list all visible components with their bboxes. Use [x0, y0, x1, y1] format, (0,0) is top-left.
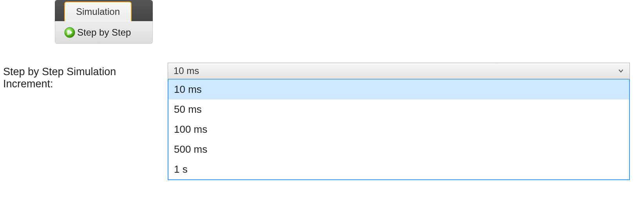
increment-field-label: Step by Step Simulation Increment: — [0, 63, 168, 90]
svg-rect-1 — [67, 30, 69, 35]
increment-option[interactable]: 500 ms — [168, 139, 629, 159]
step-by-step-button[interactable]: Step by Step — [62, 26, 132, 39]
increment-option[interactable]: 50 ms — [168, 99, 629, 119]
ribbon-tab-row: Simulation — [55, 0, 153, 21]
play-step-icon — [64, 27, 76, 38]
ribbon-fragment: Simulation Step by Step — [55, 0, 153, 44]
increment-option[interactable]: 10 ms — [168, 80, 629, 99]
increment-dropdown-selected: 10 ms — [174, 65, 199, 76]
increment-dropdown-list: 10 ms 50 ms 100 ms 500 ms 1 s — [168, 79, 630, 180]
increment-option[interactable]: 1 s — [168, 159, 629, 179]
chevron-down-icon — [618, 68, 624, 74]
ribbon-body: Step by Step — [55, 21, 153, 44]
increment-field-row: Step by Step Simulation Increment: 10 ms… — [0, 63, 644, 180]
increment-option[interactable]: 100 ms — [168, 119, 629, 139]
step-by-step-label: Step by Step — [77, 27, 131, 38]
increment-dropdown: 10 ms 10 ms 50 ms 100 ms 500 ms 1 s — [168, 63, 630, 180]
increment-dropdown-button[interactable]: 10 ms — [168, 63, 630, 79]
tab-simulation[interactable]: Simulation — [64, 2, 132, 21]
